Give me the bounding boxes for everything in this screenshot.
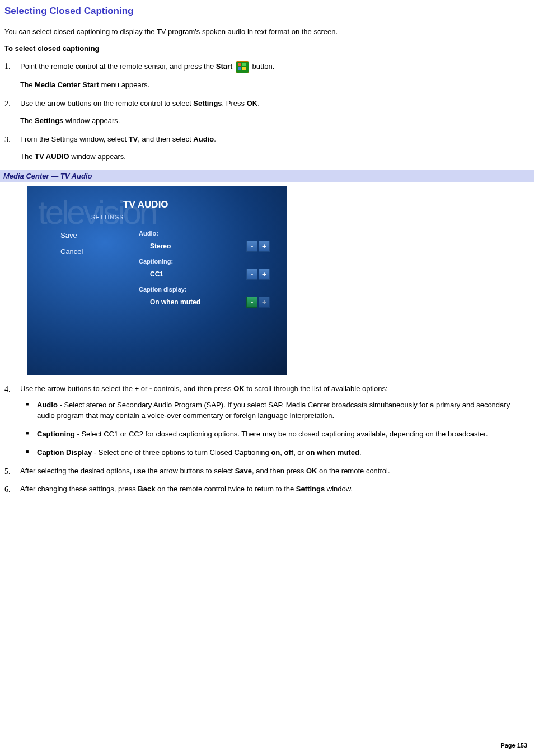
caption-display-label: Caption display: [139,285,284,294]
caption-display-minus-button[interactable]: - [246,297,257,308]
bullet-caption-display: Caption Display - Select one of three op… [37,448,530,458]
audio-minus-button[interactable]: - [246,241,257,252]
start-button-icon [236,61,249,73]
intro-text: You can select closed captioning to disp… [4,27,530,37]
figure-caption: Media Center — TV Audio [0,170,534,183]
step-3-result: The TV AUDIO window appears. [20,152,530,162]
step-5: 5. After selecting the desired options, … [20,466,530,477]
audio-plus-button[interactable]: + [259,241,270,252]
background-word: television [38,188,156,237]
caption-display-plus-button[interactable]: + [259,297,270,308]
step-3: 3. From the Settings window, select TV, … [20,134,530,162]
captioning-value: CC1 [139,270,245,279]
save-button[interactable]: Save [60,231,116,241]
tv-audio-title: TV AUDIO [123,198,168,212]
tv-audio-screenshot: television SETTINGS TV AUDIO Save Cancel… [27,186,287,375]
step-2-result: The Settings window appears. [20,116,530,126]
bullet-captioning: Captioning - Select CC1 or CC2 for close… [37,429,530,440]
settings-breadcrumb: SETTINGS [91,214,124,222]
bullet-audio: Audio - Select stereo or Secondary Audio… [37,400,530,421]
step-1: 1. Point the remote control at the remot… [20,61,530,91]
audio-label: Audio: [139,229,284,238]
captioning-label: Captioning: [139,257,284,266]
captioning-plus-button[interactable]: + [259,269,270,280]
step-6: 6. After changing these settings, press … [20,484,530,495]
caption-display-value: On when muted [139,298,245,307]
step-1-result: The Media Center Start menu appears. [20,80,530,91]
step-4: 4. Use the arrow buttons to select the +… [20,384,530,458]
section-title: Selecting Closed Captioning [4,4,530,20]
audio-value: Stereo [139,242,245,251]
step-2: 2. Use the arrow buttons on the remote c… [20,98,530,126]
captioning-minus-button[interactable]: - [246,269,257,280]
procedure-heading: To select closed captioning [4,44,530,54]
cancel-button[interactable]: Cancel [60,247,116,257]
